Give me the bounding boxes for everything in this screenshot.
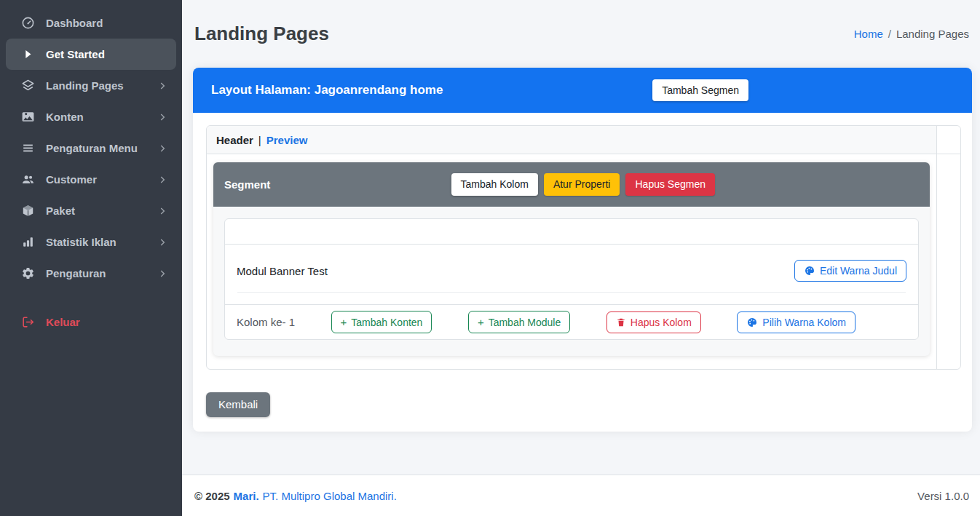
chevron-right-icon [157,143,167,154]
palette-icon [746,317,758,328]
menu-lines-icon [20,141,35,156]
module-card-top-strip [225,219,918,245]
add-column-button[interactable]: Tambah Kolom [451,173,538,196]
chevron-right-icon [157,237,167,247]
footer-copyright: © 2025 Mari. PT. Multipro Global Mandiri… [194,490,397,502]
segment-panel: Segment Tambah Kolom Atur Properti Hapus… [213,162,930,356]
module-card: Modul Banner Test Edit Warna Judul [224,218,919,340]
sidebar-item-label: Keluar [46,316,167,328]
tab-preview-link[interactable]: Preview [266,134,308,146]
caret-right-icon [20,47,35,62]
sidebar-item-label: Customer [46,173,157,186]
chevron-right-icon [157,175,167,185]
add-content-label: Tambah Konten [351,317,422,328]
layout-title: Layout Halaman: Jagoanrendang home [211,83,443,98]
palette-icon [804,265,815,277]
sidebar-item-label: Pengaturan Menu [46,142,157,154]
back-button[interactable]: Kembali [206,392,270,417]
layout-card: Layout Halaman: Jagoanrendang home Tamba… [193,68,972,432]
tab-bar-spacer [937,126,960,154]
tab-content: Segment Tambah Kolom Atur Properti Hapus… [207,154,937,369]
sidebar: Dashboard Get Started Landing Pages Kont… [0,0,182,516]
add-module-button[interactable]: + Tambah Module [468,311,570,333]
sidebar-item-statistik-iklan[interactable]: Statistik Iklan [6,226,176,258]
module-divider [237,292,906,293]
breadcrumb-separator: / [888,28,891,40]
layout-card-body: Header | Preview Segment Tambah Kolom At… [193,113,972,417]
layout-card-header: Layout Halaman: Jagoanrendang home Tamba… [193,68,972,113]
add-content-button[interactable]: + Tambah Konten [331,311,432,333]
segment-header: Segment Tambah Kolom Atur Properti Hapus… [213,162,930,207]
set-property-button[interactable]: Atur Properti [544,173,620,196]
add-segment-button[interactable]: Tambah Segmen [652,79,748,102]
module-row: Modul Banner Test Edit Warna Judul [225,245,918,305]
image-icon [20,110,35,124]
add-module-label: Tambah Module [489,317,561,328]
chevron-right-icon [157,269,167,279]
sidebar-item-label: Dashboard [46,17,167,29]
breadcrumb: Home / Landing Pages [854,28,969,40]
logout-icon [20,315,35,330]
plus-icon: + [341,316,347,328]
edit-title-color-label: Edit Warna Judul [820,265,897,277]
pick-column-color-label: Pilih Warna Kolom [762,317,846,328]
sidebar-item-keluar[interactable]: Keluar [6,306,176,338]
module-name: Modul Banner Test [237,265,328,277]
sidebar-item-pengaturan[interactable]: Pengaturan [6,258,176,289]
company-link[interactable]: PT. Multipro Global Mandiri. [263,490,397,502]
chevron-right-icon [157,112,167,122]
gear-icon [20,266,35,281]
column-row: Kolom ke- 1 + Tambah Konten + Tambah Mod… [225,305,918,339]
tab-card: Header | Preview Segment Tambah Kolom At… [206,125,961,370]
version-label: Versi 1.0.0 [917,490,969,502]
sidebar-item-pengaturan-menu[interactable]: Pengaturan Menu [6,132,176,164]
tab-bar: Header | Preview [207,126,937,154]
sidebar-item-label: Pengaturan [46,267,157,279]
delete-column-button[interactable]: Hapus Kolom [606,311,701,333]
tab-header[interactable]: Header [216,134,253,146]
breadcrumb-home-link[interactable]: Home [854,28,883,40]
breadcrumb-current: Landing Pages [896,28,969,40]
layers-icon [20,79,35,93]
sidebar-item-konten[interactable]: Konten [6,101,176,132]
chevron-right-icon [157,206,167,216]
chevron-right-icon [157,81,167,91]
sidebar-item-label: Paket [46,205,157,217]
sidebar-item-label: Statistik Iklan [46,236,157,248]
bar-chart-icon [20,235,35,250]
main-content: Landing Pages Home / Landing Pages Layou… [182,0,980,516]
speedometer-icon [20,16,35,31]
users-icon [20,172,35,187]
sidebar-item-dashboard[interactable]: Dashboard [6,7,176,39]
copyright-year: © 2025 [194,490,230,502]
sidebar-item-get-started[interactable]: Get Started [6,39,176,70]
sidebar-item-label: Get Started [46,48,167,60]
tab-separator: | [258,134,261,146]
segment-actions: Tambah Kolom Atur Properti Hapus Segmen [451,173,716,196]
page-title: Landing Pages [194,23,329,45]
edit-title-color-button[interactable]: Edit Warna Judul [794,260,906,282]
segment-body: Modul Banner Test Edit Warna Judul [213,207,930,356]
footer: © 2025 Mari. PT. Multipro Global Mandiri… [182,475,980,516]
sidebar-item-label: Landing Pages [46,79,157,92]
page-header: Landing Pages Home / Landing Pages [182,0,980,56]
sidebar-item-landing-pages[interactable]: Landing Pages [6,70,176,101]
sidebar-item-customer[interactable]: Customer [6,164,176,195]
pick-column-color-button[interactable]: Pilih Warna Kolom [737,311,855,333]
box-icon [20,204,35,218]
trash-icon [616,317,626,328]
tab-side-cell [937,154,960,369]
column-label: Kolom ke- 1 [237,316,295,328]
delete-column-label: Hapus Kolom [631,317,692,328]
delete-segment-button[interactable]: Hapus Segmen [625,173,715,196]
segment-title: Segment [224,178,270,191]
plus-icon: + [478,316,484,328]
sidebar-item-label: Konten [46,111,157,123]
brand-link[interactable]: Mari. [234,490,259,502]
sidebar-item-paket[interactable]: Paket [6,195,176,226]
